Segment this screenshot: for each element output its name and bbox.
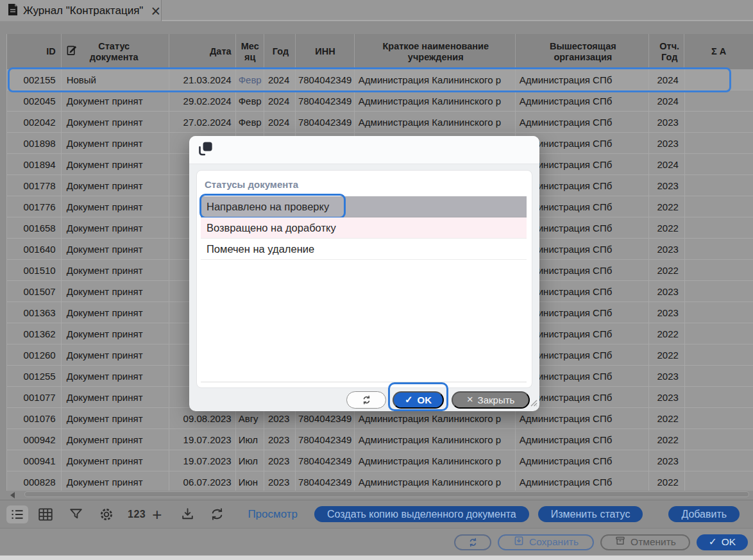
cell-sum [685,281,753,301]
cell-org-short: Администрация Калининского р [355,90,516,111]
cell-month: Июл [236,450,264,471]
cell-status: Документ принят [62,90,170,111]
cell-org-short: Администрация Калининского р [355,69,516,90]
cell-report-year: 2023 [649,450,684,471]
cell-report-year: 2023 [649,133,684,153]
cell-year: 2024 [264,69,296,90]
ok-button-main[interactable]: ✓ OK [697,534,748,550]
tab-title: Журнал "Контрактация" [23,4,143,17]
dialog-title-bar[interactable] [189,136,539,164]
dialog-close-button[interactable]: × Закрыть [452,391,530,409]
cell-report-year: 2024 [649,69,684,90]
cell-inn: 7804042349 [296,69,355,90]
tab-journal-kontraktacia[interactable]: Журнал "Контрактация" × [0,0,162,21]
add-icon[interactable]: + [152,508,162,521]
cell-id: 001658 [7,217,62,238]
cell-org-parent: Администрация СПб [516,112,650,132]
view-list-icon[interactable] [6,505,28,523]
cell-date: 29.02.2024 [169,90,235,111]
cell-id: 001894 [7,154,62,174]
column-header-status-label: Статус документа [82,41,146,62]
cell-id: 001510 [7,260,62,280]
status-option[interactable]: Возвращено на доработку [201,217,527,239]
export-icon[interactable] [180,506,196,522]
save-label: Сохранить [529,536,579,548]
document-icon [8,3,18,19]
cell-inn: 7804042349 [296,429,355,450]
cell-status: Документ принят [62,450,170,471]
cell-status: Документ принят [62,471,170,491]
cell-inn: 7804042349 [296,90,355,111]
table-row[interactable]: 002042 Документ принят 27.02.2024 Февр 2… [7,112,753,133]
column-header-year: Год [264,34,296,69]
cancel-button[interactable]: Отменить [600,534,690,550]
cell-id: 001776 [7,196,62,217]
refresh-icon[interactable] [208,505,226,523]
cell-sum [685,175,753,196]
save-icon [513,535,525,549]
cell-sum [685,387,753,407]
cell-sum [685,344,753,365]
table-row[interactable]: 002045 Документ принят 29.02.2024 Февр 2… [7,90,753,112]
cell-id: 000942 [7,429,62,450]
cell-report-year: 2022 [649,429,684,450]
cell-status: Документ принят [62,344,170,365]
change-status-button[interactable]: Изменить статус [538,506,643,522]
view-link[interactable]: Просмотр [248,508,298,521]
cell-id: 001362 [7,323,62,344]
column-header-org-short: Краткое наименование учреждения [355,34,516,69]
status-option[interactable]: Направлено на проверку [201,196,527,217]
view-table-icon[interactable] [37,506,54,523]
cell-sum [685,323,753,344]
cell-sum [685,217,753,238]
cell-sum [685,260,753,280]
cell-report-year: 2022 [649,196,684,217]
bottom-action-bar: Сохранить Отменить ✓ OK [0,528,753,556]
status-list-label: Статусы документа [205,179,532,190]
column-header-org-parent: Вышестоящая организация [516,34,650,69]
status-options-list: Направлено на проверкуВозвращено на дора… [201,196,527,260]
cell-sum [685,471,753,491]
cell-year: 2024 [264,90,296,111]
option-focus-ring [199,194,346,219]
cell-year: 2023 [264,471,296,491]
cell-status: Документ принят [62,323,170,344]
cell-sum [685,366,753,386]
save-button[interactable]: Сохранить [498,534,594,550]
copy-selected-document-button[interactable]: Создать копию выделенного документа [314,506,529,522]
cell-date: 21.03.2024 [169,69,235,90]
cell-org-parent: Администрация СПб [516,69,650,90]
cell-sum [685,302,753,323]
cell-sum [685,112,753,132]
filter-icon[interactable] [68,506,84,522]
table-row[interactable]: 000828 Документ принят 06.07.2023 Июн 20… [7,471,753,491]
dialog-refresh-button[interactable] [346,391,386,409]
column-header-report-year: Отч. Год [649,34,684,69]
table-row[interactable]: 000941 Документ принят 19.07.2023 Июл 20… [7,450,753,471]
cell-report-year: 2022 [649,260,684,280]
table-row[interactable]: 002155 Новый 21.03.2024 Февр 2024 780404… [7,69,753,90]
panel-separator [201,382,527,382]
cell-inn: 7804042349 [296,112,355,132]
cell-report-year: 2024 [649,90,684,111]
scrollbar-thumb[interactable] [24,491,749,497]
cell-report-year: 2024 [649,154,684,174]
cell-report-year: 2022 [649,344,684,365]
cell-id: 001076 [7,408,62,428]
settings-icon[interactable] [98,506,115,523]
scroll-left-arrow-icon[interactable] [10,492,15,498]
cell-status: Документ принят [62,408,170,428]
status-list-panel: Статусы документа Направлено на проверку… [196,170,532,388]
refresh-button[interactable] [454,534,491,550]
close-icon[interactable]: × [151,4,160,17]
table-row[interactable]: 000942 Документ принят 19.07.2023 Июл 20… [7,429,753,450]
cell-id: 001507 [7,281,62,301]
cell-status: Документ принят [62,154,170,174]
cell-date: 19.07.2023 [169,429,235,450]
cell-id: 000828 [7,471,62,491]
resize-grip[interactable] [529,398,537,409]
status-option[interactable]: Помечен на удаление [201,239,527,260]
cell-org-short: Администрация Калининского р [355,450,516,471]
add-button[interactable]: Добавить [668,506,740,522]
dialog-ok-button[interactable]: ✓ OK [393,391,444,409]
